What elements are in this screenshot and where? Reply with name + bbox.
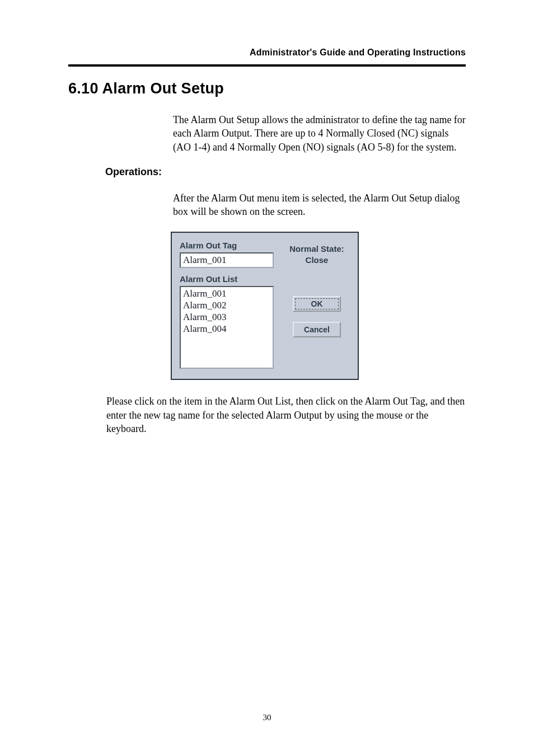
- operations-heading: Operations:: [105, 166, 466, 178]
- ok-button[interactable]: OK: [293, 296, 341, 312]
- alarm-out-tag-input[interactable]: [180, 252, 274, 268]
- dialog-left-column: Alarm Out Tag Alarm Out List Alarm_001 A…: [180, 241, 274, 369]
- normal-state-value: Close: [306, 255, 329, 265]
- alarm-out-tag-label: Alarm Out Tag: [180, 241, 274, 250]
- page-header: Administrator's Guide and Operating Inst…: [68, 48, 466, 58]
- alarm-out-list[interactable]: Alarm_001 Alarm_002 Alarm_003 Alarm_004: [180, 286, 274, 369]
- normal-state-label: Normal State:: [289, 244, 344, 253]
- list-item[interactable]: Alarm_003: [183, 312, 270, 323]
- list-item[interactable]: Alarm_004: [183, 323, 270, 335]
- list-item[interactable]: Alarm_002: [183, 300, 270, 312]
- instruction-paragraph: Please click on the item in the Alarm Ou…: [106, 395, 466, 435]
- cancel-button[interactable]: Cancel: [293, 322, 341, 337]
- dialog-right-column: Normal State: Close OK Cancel: [284, 241, 350, 369]
- operations-text: After the Alarm Out menu item is selecte…: [173, 191, 466, 219]
- header-divider: [68, 64, 466, 67]
- list-item[interactable]: Alarm_001: [183, 288, 270, 300]
- page-number: 30: [0, 713, 534, 722]
- alarm-out-setup-dialog: Alarm Out Tag Alarm Out List Alarm_001 A…: [171, 232, 359, 380]
- alarm-out-list-label: Alarm Out List: [180, 274, 274, 284]
- section-title: 6.10 Alarm Out Setup: [68, 80, 466, 97]
- intro-paragraph: The Alarm Out Setup allows the administr…: [173, 113, 466, 154]
